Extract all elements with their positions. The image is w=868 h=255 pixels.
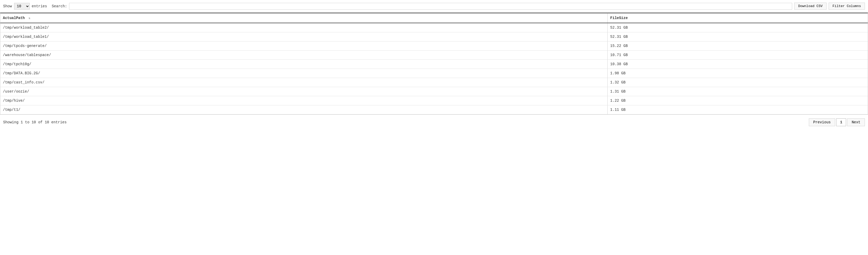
cell-actual-path: /tmp/tpcds-generate/ <box>0 41 608 51</box>
pagination: Previous 1 Next <box>809 118 865 126</box>
cell-actual-path: /tmp/DATA.BIG.2G/ <box>0 69 608 78</box>
cell-actual-path: /tmp/workload_table2/ <box>0 23 608 32</box>
cell-file-size: 1.98 GB <box>608 69 868 78</box>
cell-actual-path: /tmp/hive/ <box>0 96 608 105</box>
cell-actual-path: /tmp/t1/ <box>0 105 608 115</box>
cell-file-size: 52.31 GB <box>608 32 868 41</box>
cell-file-size: 15.22 GB <box>608 41 868 51</box>
download-csv-button[interactable]: Download CSV <box>794 3 827 10</box>
cell-file-size: 1.22 GB <box>608 96 868 105</box>
table-row: /tmp/tpch10g/10.38 GB <box>0 60 868 69</box>
column-header-file-size[interactable]: FileSize <box>608 13 868 23</box>
entries-label: entries <box>32 4 47 8</box>
table-row: /tmp/t1/1.11 GB <box>0 105 868 115</box>
table-row: /user/oozie/1.31 GB <box>0 87 868 96</box>
table-row: /tmp/DATA.BIG.2G/1.98 GB <box>0 69 868 78</box>
sort-icon: ⇅ <box>28 17 30 20</box>
top-bar: Show 10 25 50 100 entries Search: Downlo… <box>0 0 868 12</box>
cell-actual-path: /tmp/workload_table1/ <box>0 32 608 41</box>
search-label: Search: <box>52 4 67 8</box>
cell-file-size: 1.31 GB <box>608 87 868 96</box>
cell-actual-path: /tmp/cast_info.csv/ <box>0 78 608 87</box>
cell-actual-path: /warehouse/tablespace/ <box>0 51 608 60</box>
table-row: /tmp/cast_info.csv/1.32 GB <box>0 78 868 87</box>
entries-select[interactable]: 10 25 50 100 <box>14 3 30 10</box>
search-input[interactable] <box>69 3 792 10</box>
next-button[interactable]: Next <box>847 118 865 126</box>
cell-file-size: 10.71 GB <box>608 51 868 60</box>
column-header-actual-path[interactable]: ActualPath ⇅ <box>0 13 608 23</box>
table-row: /tmp/tpcds-generate/15.22 GB <box>0 41 868 51</box>
table-row: /tmp/hive/1.22 GB <box>0 96 868 105</box>
cell-file-size: 52.31 GB <box>608 23 868 32</box>
cell-file-size: 10.38 GB <box>608 60 868 69</box>
cell-file-size: 1.11 GB <box>608 105 868 115</box>
bottom-bar: Showing 1 to 10 of 10 entries Previous 1… <box>0 115 868 130</box>
table-row: /tmp/workload_table2/52.31 GB <box>0 23 868 32</box>
current-page[interactable]: 1 <box>836 118 846 126</box>
data-table: ActualPath ⇅ FileSize /tmp/workload_tabl… <box>0 13 868 115</box>
table-header-row: ActualPath ⇅ FileSize <box>0 13 868 23</box>
table-wrapper: ActualPath ⇅ FileSize /tmp/workload_tabl… <box>0 12 868 115</box>
showing-text: Showing 1 to 10 of 10 entries <box>3 120 67 124</box>
cell-file-size: 1.32 GB <box>608 78 868 87</box>
table-row: /tmp/workload_table1/52.31 GB <box>0 32 868 41</box>
previous-button[interactable]: Previous <box>809 118 835 126</box>
table-row: /warehouse/tablespace/10.71 GB <box>0 51 868 60</box>
cell-actual-path: /user/oozie/ <box>0 87 608 96</box>
filter-columns-button[interactable]: Filter Columns <box>829 3 865 10</box>
show-label: Show <box>3 4 12 8</box>
cell-actual-path: /tmp/tpch10g/ <box>0 60 608 69</box>
